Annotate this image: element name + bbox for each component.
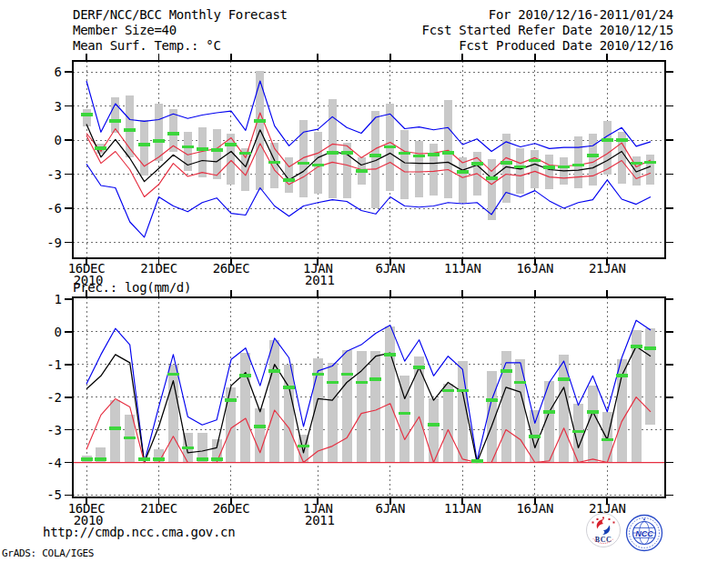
temperature-panel: 630-3-6-916DEC201021DEC26DEC1JAN20116JAN…: [46, 54, 673, 287]
svg-text:11JAN: 11JAN: [444, 261, 481, 276]
svg-text:1: 1: [55, 292, 62, 306]
svg-text:26DEC: 26DEC: [213, 501, 250, 516]
svg-text:6JAN: 6JAN: [376, 261, 406, 276]
svg-text:21DEC: 21DEC: [140, 501, 177, 516]
svg-text:-1: -1: [46, 357, 62, 372]
forecast-page: DERF/NCC/BCC Monthly Forecast Member Siz…: [0, 0, 728, 562]
svg-text:0: 0: [55, 325, 62, 339]
svg-text:11JAN: 11JAN: [444, 501, 481, 516]
svg-text:-2: -2: [46, 390, 62, 405]
svg-text:-3: -3: [46, 423, 62, 437]
svg-text:-9: -9: [46, 236, 62, 250]
svg-text:21DEC: 21DEC: [140, 261, 177, 276]
svg-text:21JAN: 21JAN: [589, 501, 626, 516]
svg-text:6: 6: [55, 65, 62, 79]
svg-text:6JAN: 6JAN: [376, 501, 406, 516]
svg-text:2010: 2010: [74, 273, 104, 287]
source-url: http://cmdp.ncc.cma.gov.cn: [43, 526, 235, 539]
svg-text:3: 3: [55, 99, 62, 114]
svg-text:0: 0: [55, 133, 62, 147]
svg-text:26DEC: 26DEC: [213, 261, 250, 276]
forecast-charts: 630-3-6-916DEC201021DEC26DEC1JAN20116JAN…: [0, 0, 728, 562]
svg-text:-4: -4: [46, 456, 62, 470]
svg-text:16JAN: 16JAN: [516, 501, 553, 516]
svg-text:-5: -5: [46, 487, 62, 502]
svg-text:2011: 2011: [305, 513, 335, 527]
svg-text:2011: 2011: [305, 273, 335, 287]
svg-text:21JAN: 21JAN: [589, 261, 626, 276]
precipitation-panel: 10-1-2-3-4-516DEC201021DEC26DEC1JAN20116…: [46, 290, 673, 527]
svg-text:-6: -6: [46, 201, 62, 216]
svg-text:16JAN: 16JAN: [516, 261, 553, 276]
svg-text:-3: -3: [46, 167, 62, 182]
grads-credit: GrADS: COLA/IGES: [2, 547, 94, 560]
